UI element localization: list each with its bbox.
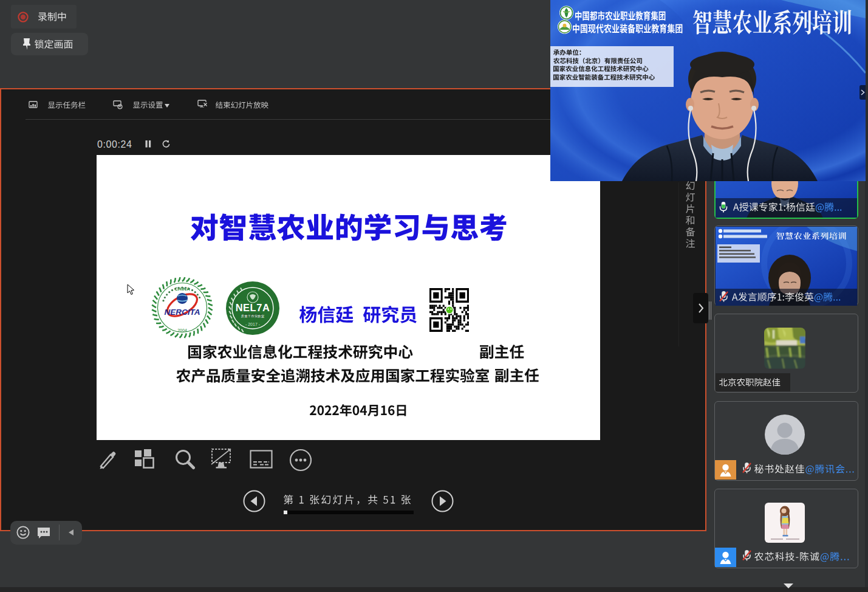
svg-text:质量工作实验室: 质量工作实验室 [241, 314, 265, 318]
svg-text:- 2017 -: - 2017 - [245, 322, 261, 326]
svg-text:NEL7A: NEL7A [236, 302, 270, 313]
